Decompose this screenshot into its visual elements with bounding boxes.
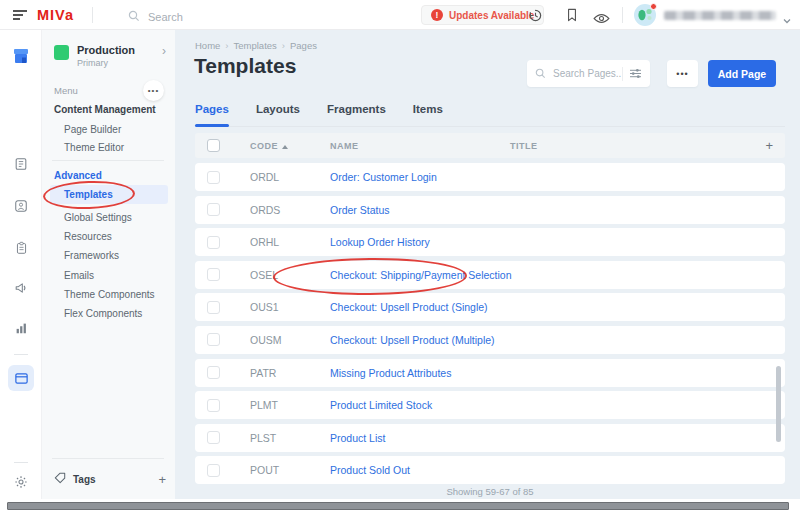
row-checkbox[interactable]	[207, 431, 220, 444]
search-pages-box[interactable]	[527, 60, 650, 87]
row-name-link[interactable]: Checkout: Upsell Product (Multiple)	[330, 334, 510, 346]
select-all-checkbox[interactable]	[207, 139, 220, 152]
eye-icon[interactable]	[593, 10, 610, 28]
sidebar-item-emails[interactable]: Emails	[64, 270, 94, 281]
row-name-link[interactable]: Checkout: Shipping/Payment Selection	[330, 269, 510, 281]
catalog-icon[interactable]	[0, 241, 42, 255]
menu-label: Menu	[54, 85, 78, 96]
row-name-link[interactable]: Order Status	[330, 204, 510, 216]
breadcrumb-separator	[282, 40, 285, 51]
orders-icon[interactable]	[0, 157, 42, 171]
row-checkbox[interactable]	[207, 464, 220, 477]
divider	[622, 7, 623, 23]
reports-icon[interactable]	[0, 321, 42, 335]
row-name-link[interactable]: Checkout: Upsell Product (Single)	[330, 301, 510, 313]
store-type: Primary	[77, 58, 135, 68]
breadcrumb: Home Templates Pages	[195, 40, 317, 51]
global-search-placeholder: Search	[148, 11, 183, 23]
marketing-icon[interactable]	[0, 281, 42, 295]
storefront-icon[interactable]	[0, 46, 42, 66]
row-name-link[interactable]: Missing Product Attributes	[330, 367, 510, 379]
column-header-code[interactable]: CODE	[250, 141, 330, 151]
divider	[14, 462, 28, 463]
chevron-right-icon: ›	[162, 44, 166, 58]
avatar[interactable]	[634, 4, 656, 26]
sidebar-item-resources[interactable]: Resources	[64, 231, 112, 242]
row-checkbox[interactable]	[207, 268, 220, 281]
row-name-link[interactable]: Order: Customer Login	[330, 171, 510, 183]
row-code: ORDS	[250, 204, 330, 216]
row-name-link[interactable]: Product List	[330, 432, 510, 444]
horizontal-scrollbar-thumb[interactable]	[7, 502, 789, 510]
filter-sliders-icon[interactable]	[629, 65, 642, 83]
table-row[interactable]: ORDL Order: Customer Login	[195, 163, 785, 191]
sort-asc-icon	[282, 145, 288, 149]
row-checkbox[interactable]	[207, 203, 220, 216]
row-code: PLMT	[250, 399, 330, 411]
sidebar-item-templates[interactable]: Templates	[64, 189, 113, 200]
breadcrumb-separator	[225, 40, 228, 51]
table-row[interactable]: PLST Product List	[195, 424, 785, 452]
store-selector[interactable]: Production Primary ›	[54, 44, 166, 68]
breadcrumb-home[interactable]: Home	[195, 40, 220, 51]
history-icon[interactable]	[528, 8, 543, 27]
tab-layouts[interactable]: Layouts	[256, 103, 300, 126]
vertical-scrollbar-thumb[interactable]	[776, 366, 781, 442]
global-search[interactable]: Search	[128, 8, 183, 26]
add-page-button[interactable]: Add Page	[708, 60, 776, 87]
store-name: Production	[77, 44, 135, 56]
table-row[interactable]: ORHL Lookup Order History	[195, 228, 785, 256]
sidebar-item-global-settings[interactable]: Global Settings	[64, 212, 132, 223]
table-row[interactable]: POUT Product Sold Out	[195, 456, 785, 484]
sidebar-item-theme-editor[interactable]: Theme Editor	[64, 142, 124, 153]
sidebar-item-frameworks[interactable]: Frameworks	[64, 250, 119, 261]
search-icon	[128, 8, 140, 26]
settings-gear-icon[interactable]	[0, 475, 42, 489]
row-checkbox[interactable]	[207, 301, 220, 314]
add-tag-button[interactable]: +	[158, 472, 166, 487]
table-row[interactable]: OUSM Checkout: Upsell Product (Multiple)	[195, 326, 785, 354]
table-row[interactable]: ORDS Order Status	[195, 196, 785, 224]
row-code: POUT	[250, 464, 330, 476]
row-checkbox[interactable]	[207, 366, 220, 379]
chevron-down-icon[interactable]	[783, 10, 791, 28]
row-checkbox[interactable]	[207, 171, 220, 184]
row-checkbox[interactable]	[207, 399, 220, 412]
storefront-design-icon[interactable]	[8, 365, 34, 391]
sidebar-item-flex-components[interactable]: Flex Components	[64, 308, 142, 319]
more-actions-button[interactable]: •••	[667, 60, 698, 87]
sidebar-item-page-builder[interactable]: Page Builder	[64, 124, 121, 135]
customers-icon[interactable]	[0, 199, 42, 213]
section-title-content-management: Content Management	[54, 104, 156, 115]
hamburger-menu-icon[interactable]	[13, 10, 27, 20]
search-pages-input[interactable]	[553, 68, 621, 79]
alert-icon: !	[431, 9, 443, 21]
tab-items[interactable]: Items	[413, 103, 443, 126]
menu-more-button[interactable]: •••	[143, 80, 164, 101]
column-header-name[interactable]: NAME	[330, 141, 510, 151]
tab-pages[interactable]: Pages	[195, 103, 229, 126]
account-email-obscured[interactable]	[664, 11, 776, 20]
table-row-circled[interactable]: OSEL Checkout: Shipping/Payment Selectio…	[195, 261, 785, 289]
row-name-link[interactable]: Product Sold Out	[330, 464, 510, 476]
table-row[interactable]: PLMT Product Limited Stock	[195, 391, 785, 419]
updates-available-button[interactable]: ! Updates Available	[421, 5, 544, 25]
tab-fragments[interactable]: Fragments	[327, 103, 386, 126]
add-column-button[interactable]: +	[765, 138, 773, 153]
page-title: Templates	[194, 54, 296, 78]
tags-section[interactable]: Tags +	[54, 470, 166, 488]
table-row[interactable]: PATR Missing Product Attributes	[195, 359, 785, 387]
row-name-link[interactable]: Product Limited Stock	[330, 399, 510, 411]
breadcrumb-pages[interactable]: Pages	[290, 40, 317, 51]
sidebar-item-theme-components[interactable]: Theme Components	[64, 289, 155, 300]
row-code: OUS1	[250, 301, 330, 313]
column-header-title[interactable]: TITLE	[510, 141, 765, 151]
row-checkbox[interactable]	[207, 236, 220, 249]
table-row[interactable]: OUS1 Checkout: Upsell Product (Single)	[195, 293, 785, 321]
row-name-link[interactable]: Lookup Order History	[330, 236, 510, 248]
row-checkbox[interactable]	[207, 333, 220, 346]
divider	[14, 354, 28, 355]
row-code: ORHL	[250, 236, 330, 248]
breadcrumb-templates[interactable]: Templates	[234, 40, 277, 51]
bookmark-icon[interactable]	[566, 8, 578, 26]
